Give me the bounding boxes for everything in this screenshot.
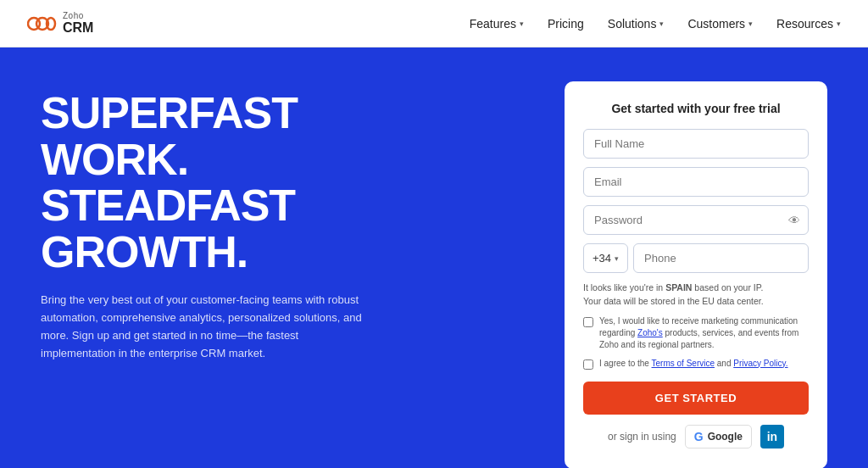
zoho-link[interactable]: Zoho's	[637, 328, 663, 337]
linkedin-signin-button[interactable]: in	[760, 425, 784, 448]
marketing-checkbox[interactable]	[583, 317, 593, 327]
email-input[interactable]	[583, 167, 809, 197]
nav-links: Features▾ Pricing Solutions▾ Customers▾ …	[470, 17, 841, 31]
password-toggle-icon[interactable]: 👁	[788, 214, 800, 227]
hero-headline: SUPERFAST WORK. STEADFAST GROWTH.	[41, 90, 531, 275]
navbar: Zoho CRM Features▾ Pricing Solutions▾ Cu…	[0, 0, 868, 47]
chevron-down-icon: ▾	[837, 20, 841, 28]
email-group	[583, 167, 809, 197]
marketing-checkbox-row: Yes, I would like to receive marketing c…	[583, 315, 809, 351]
password-group: 👁	[583, 205, 809, 235]
logo-zoho-label: Zoho	[63, 11, 93, 20]
nav-item-pricing[interactable]: Pricing	[548, 17, 584, 31]
linkedin-icon: in	[767, 430, 777, 443]
phone-group: +34 ▾	[583, 243, 809, 273]
nav-item-features[interactable]: Features▾	[470, 17, 524, 31]
logo[interactable]: Zoho CRM	[27, 11, 93, 36]
get-started-button[interactable]: GET STARTED	[583, 382, 809, 415]
chevron-down-icon: ▾	[659, 20, 664, 28]
form-title: Get started with your free trial	[583, 102, 809, 115]
terms-checkbox-row: I agree to the Terms of Service and Priv…	[583, 358, 809, 370]
privacy-link[interactable]: Privacy Policy.	[733, 359, 787, 368]
terms-link[interactable]: Terms of Service	[652, 359, 715, 368]
hero-left: SUPERFAST WORK. STEADFAST GROWTH. Bring …	[41, 81, 531, 363]
google-label: Google	[708, 431, 743, 443]
nav-item-solutions[interactable]: Solutions▾	[608, 17, 665, 31]
hero-subtext: Bring the very best out of your customer…	[41, 292, 363, 362]
password-input[interactable]	[583, 205, 809, 235]
nav-item-customers[interactable]: Customers▾	[687, 17, 753, 31]
signup-form: Get started with your free trial 👁 +34 ▾…	[565, 81, 827, 468]
chevron-down-icon: ▾	[615, 254, 619, 263]
chevron-down-icon: ▾	[748, 20, 753, 28]
full-name-group	[583, 129, 809, 159]
phone-prefix-selector[interactable]: +34 ▾	[583, 243, 628, 273]
marketing-checkbox-label: Yes, I would like to receive marketing c…	[599, 315, 809, 351]
terms-checkbox-label: I agree to the Terms of Service and Priv…	[599, 358, 788, 370]
google-icon: G	[694, 430, 704, 443]
hero-section: SUPERFAST WORK. STEADFAST GROWTH. Bring …	[0, 47, 868, 468]
google-signin-button[interactable]: G Google	[685, 425, 752, 448]
full-name-input[interactable]	[583, 129, 809, 159]
social-signin-row: or sign in using G Google in	[583, 425, 809, 448]
geo-notice: It looks like you're in SPAIN based on y…	[583, 281, 809, 309]
logo-crm-label: CRM	[63, 20, 93, 36]
phone-input[interactable]	[633, 243, 809, 273]
chevron-down-icon: ▾	[520, 20, 524, 28]
nav-item-resources[interactable]: Resources▾	[776, 17, 841, 31]
terms-checkbox[interactable]	[583, 359, 593, 370]
sign-in-label: or sign in using	[608, 431, 676, 443]
